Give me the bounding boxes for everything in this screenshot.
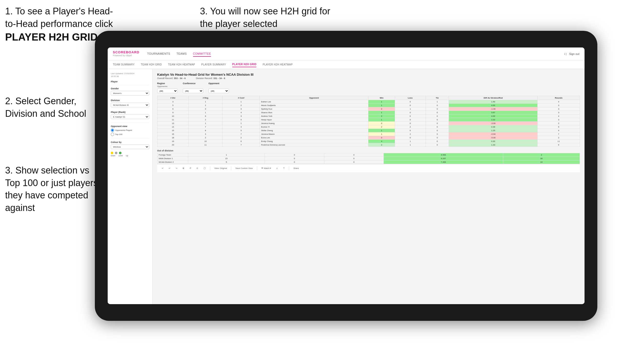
instruction-text-1: 1. To see a Player's Head-to-Head perfor… [5,6,113,29]
logo-text: SCOREBOARD [113,51,139,54]
division-record-label: Division Record: 331 - 34 - 6 [196,77,225,80]
table-row: 18 2 2 Euna Lee 0 0 0 -5.00 2 [157,136,580,140]
table-row: 16 3 7 Jessica Mason 1 2 0 -0.94 7 [157,132,580,136]
gender-select[interactable]: Women's [111,91,149,95]
col-div: # Div [157,96,189,100]
col-win: Win [368,96,395,100]
out-of-division-table: Foreign Team 1 0 0 4.500 2 NAIA Division… [157,153,580,164]
toolbar-upload[interactable]: ⤒ [282,167,286,170]
table-row: 9 1 4 Sharon Mun 1 0 0 3.67 3 [157,111,580,114]
dot-level [115,152,117,154]
nav-items: TOURNAMENTS TEAMS COMMITTEE [147,51,557,57]
filter-region: Region Opponents: (All) [157,82,178,93]
sidebar-gender-label: Gender [111,87,149,90]
conference-filter-select[interactable]: (All) [183,89,203,93]
nav-right: i | Sign out [564,52,579,55]
nav-tournaments[interactable]: TOURNAMENTS [147,51,170,57]
toolbar-sep2 [231,166,231,170]
table-row: 10 6 3 Andrea York 2 0 0 4.00 4 [157,114,580,118]
record-row: Overall Record: 353 - 34 - 6 Division Re… [157,77,580,80]
instruction-bot-left: 3. Show selection vs Top 100 or just pla… [5,164,100,214]
dot-down [111,152,113,154]
player-rank-select[interactable]: 8. Katelyn Vo [111,114,149,119]
table-row: 15 8 5 Stella Cheng 1 0 0 1.25 4 [157,129,580,132]
table-header: # Div # Reg # Conf Opponent Win Loss Tie… [157,96,580,100]
sidebar: Last Updated: 27/03/2024 16:55:38 Player… [108,69,153,304]
colour-dots [111,152,149,154]
instruction-mid-left: 2. Select Gender, Division and School [5,95,92,120]
player-h2h-grid-label: PLAYER H2H GRID [5,31,98,43]
toolbar-undo[interactable]: ↩ [161,167,165,170]
toolbar-save-custom[interactable]: Save Custom View [234,167,254,170]
col-opponent: Opponent [260,96,368,100]
out-of-division-label: Out of division [157,149,580,152]
nav-teams[interactable]: TEAMS [176,51,187,57]
logo-powered: Powered by clippd [113,54,139,57]
instruction-text-4: 3. Show selection vs Top 100 or just pla… [5,165,98,213]
out-of-division-section: Out of division Foreign Team 1 0 0 4.500… [157,149,580,164]
table-row: 5 2 2 Alexis Sudjianto 1 0 0 4.00 3 [157,104,580,107]
filter-opponent: Opponent (All) [208,82,229,93]
table-row: 6 3 3 Sydney Kuo 0 1 0 -1.00 3 [157,107,580,111]
tablet-screen: SCOREBOARD Powered by clippd TOURNAMENTS… [108,47,585,304]
toolbar-download[interactable]: ⤓ [275,167,279,170]
toolbar-share[interactable]: Share [292,167,300,170]
sub-nav-team-h2h-grid[interactable]: TEAM H2H GRID [141,62,162,67]
toolbar-sep4 [289,166,289,170]
col-diff: Diff Av Strokes/Rnd [449,96,538,100]
radio-top100[interactable]: Top 100 [111,133,149,136]
data-table: # Div # Reg # Conf Opponent Win Loss Tie… [157,96,580,147]
region-filter-select[interactable]: (All) [157,89,178,93]
main-content: Last Updated: 27/03/2024 16:55:38 Player… [108,69,585,304]
dot-up [119,152,122,154]
out-table-row: Foreign Team 1 0 0 4.500 2 [157,153,580,157]
colour-section: Colour by Win/loss Down Level Up [111,141,149,157]
sub-nav-player-h2h-grid[interactable]: PLAYER H2H GRID [232,62,257,67]
sidebar-player-rank-label: Player (Rank) [111,111,149,113]
colour-select[interactable]: Win/loss [111,144,149,149]
toolbar-redo[interactable]: ↪ [175,167,178,170]
division-select[interactable]: NCAA Division III [111,103,149,107]
out-table-row: NAIA Division 1 15 0 0 9.267 30 [157,157,580,160]
sub-nav-player-summary[interactable]: PLAYER SUMMARY [201,62,226,67]
table-row: 13 1 1 Jessica Huang 0 0 0 -3.00 2 [157,122,580,125]
sub-nav-team-h2h-heatmap[interactable]: TEAM H2H HEATMAP [168,62,195,67]
radio-opponents-played[interactable]: Opponents Played [111,129,149,132]
col-reg: # Reg [188,96,223,100]
sidebar-meta: Last Updated: 27/03/2024 16:55:38 [111,72,149,78]
dashboard-title: Katelyn Vo Head-to-Head Grid for Women's… [157,73,580,76]
sign-out-link[interactable]: Sign out [569,52,579,55]
out-table-body: Foreign Team 1 0 0 4.500 2 NAIA Division… [157,153,580,164]
sidebar-division-label: Division [111,99,149,102]
col-loss: Loss [395,96,426,100]
sidebar-player-label: Player [111,80,149,83]
filter-conference: Conference (All) [183,82,203,93]
instruction-text-2: 2. Select Gender, Division and School [5,96,86,119]
toolbar-time[interactable]: 🕐 [202,167,207,170]
instruction-text-3: 3. You will now see H2H grid for the pla… [200,6,330,29]
opponent-filter-select[interactable]: (All) [208,89,229,93]
bottom-toolbar: ↩ ↩ ↪ ⊞ ↺ ⊙ 🕐 View: Original Save Custom… [157,164,580,172]
table-row: 14 7 4 Eunice Yi 2 2 0 0.38 9 [157,125,580,129]
toolbar-refresh[interactable]: ↺ [188,167,192,170]
toolbar-grid[interactable]: ⊞ [182,167,185,170]
sub-nav-player-h2h-heatmap[interactable]: PLAYER H2H HEATMAP [263,62,293,67]
opponent-radio-group: Opponents Played Top 100 [111,129,149,136]
dashboard: Katelyn Vo Head-to-Head Grid for Women's… [153,69,585,304]
overall-record-label: Overall Record: 353 - 34 - 6 [157,77,186,80]
tablet-frame: SCOREBOARD Powered by clippd TOURNAMENTS… [95,31,597,321]
colour-labels: Down Level Up [111,155,149,157]
toolbar-target[interactable]: ⊙ [195,167,199,170]
toolbar-view-original[interactable]: View: Original [213,167,228,170]
table-body: 3 1 1 Esther Lee 1 0 1 1.50 4 5 2 2 Alex… [157,100,580,147]
toolbar-sep3 [257,166,257,170]
toolbar-undo2[interactable]: ↩ [168,167,172,170]
table-row: 3 1 1 Esther Lee 1 0 1 1.50 4 [157,100,580,104]
opponent-view-label: Opponent view [111,125,149,128]
table-row: 11 2 5 Heejo Hyun 1 0 0 3.33 3 [157,118,580,122]
sub-nav-team-summary[interactable]: TEAM SUMMARY [113,62,135,67]
col-rounds: Rounds [538,96,580,100]
col-conf: # Conf [223,96,260,100]
nav-committee[interactable]: COMMITTEE [193,51,211,57]
toolbar-watch[interactable]: 👁 Watch ▾ [260,167,272,170]
